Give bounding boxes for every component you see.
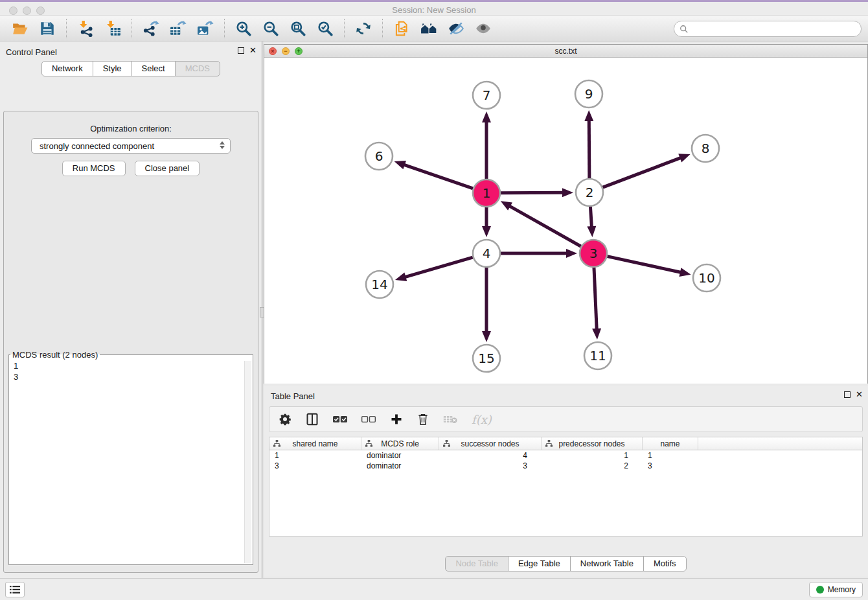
function-builder-icon[interactable]: f(x) xyxy=(472,413,492,426)
tab-style[interactable]: Style xyxy=(93,61,132,76)
search-icon xyxy=(680,25,689,34)
graph-node-label: 15 xyxy=(478,351,494,366)
cell-name: 1 xyxy=(643,450,698,461)
tab-network-table[interactable]: Network Table xyxy=(570,556,644,571)
save-session-icon[interactable] xyxy=(36,19,58,38)
column-header-shared-name[interactable]: shared name xyxy=(269,437,361,450)
delete-table-icon[interactable] xyxy=(443,414,457,424)
graph-edge-3-1[interactable] xyxy=(508,205,581,246)
network-window-titlebar[interactable]: × − + scc.txt xyxy=(264,45,867,58)
table-tabs: Node TableEdge TableNetwork TableMotifs xyxy=(264,556,868,571)
home-layout-icon[interactable] xyxy=(418,19,440,38)
graph-edge-1-2[interactable] xyxy=(501,192,564,193)
cell-predecessor-nodes: 2 xyxy=(542,461,643,471)
export-network-icon[interactable] xyxy=(140,19,162,38)
graph-edge-2-8[interactable] xyxy=(603,157,682,187)
clone-network-icon[interactable] xyxy=(391,19,413,38)
float-panel-icon[interactable] xyxy=(238,47,244,54)
tab-mcds[interactable]: MCDS xyxy=(175,61,220,76)
show-all-eye-icon[interactable] xyxy=(472,19,494,38)
float-table-panel-icon[interactable] xyxy=(844,391,851,398)
tab-network[interactable]: Network xyxy=(41,61,93,76)
edge-arrowhead xyxy=(482,331,491,342)
run-mcds-button[interactable]: Run MCDS xyxy=(62,161,126,176)
column-header-predecessor-nodes[interactable]: predecessor nodes xyxy=(542,437,643,450)
open-session-icon[interactable] xyxy=(9,19,31,38)
edge-arrowhead xyxy=(592,329,601,340)
edge-arrowhead xyxy=(587,226,596,237)
search-field[interactable] xyxy=(674,21,862,37)
control-tabs: NetworkStyleSelectMCDS xyxy=(0,61,262,76)
graph-node-label: 8 xyxy=(702,141,710,156)
close-table-panel-icon[interactable]: ✕ xyxy=(856,391,863,398)
edge-arrowhead xyxy=(584,110,593,121)
import-network-icon[interactable] xyxy=(74,19,97,38)
graph-edge-3-10[interactable] xyxy=(607,257,681,273)
graph-node-label: 10 xyxy=(698,270,714,286)
network-canvas[interactable]: 7968124314101511 xyxy=(264,58,867,384)
export-image-icon[interactable] xyxy=(194,19,216,38)
select-all-icon[interactable] xyxy=(333,415,347,424)
column-header-MCDS-role[interactable]: MCDS role xyxy=(361,437,439,450)
search-input[interactable] xyxy=(689,24,861,34)
table-row[interactable]: 3dominator323 xyxy=(269,461,862,471)
edge-arrowhead xyxy=(482,226,491,237)
tab-motifs[interactable]: Motifs xyxy=(643,556,687,571)
close-panel-icon[interactable]: ✕ xyxy=(249,47,257,54)
table-row[interactable]: 1dominator411 xyxy=(269,450,862,461)
graph-edge-2-9[interactable] xyxy=(589,119,589,178)
tab-node-table[interactable]: Node Table xyxy=(445,556,508,571)
edge-arrowhead xyxy=(679,268,691,277)
edge-arrowhead xyxy=(562,188,573,197)
control-panel-title: Control Panel xyxy=(6,47,57,57)
result-scrollbar[interactable] xyxy=(244,361,251,563)
import-table-icon[interactable] xyxy=(102,19,124,38)
unselect-all-icon[interactable] xyxy=(361,415,376,424)
mcds-tab-content: Optimization criterion: strongly connect… xyxy=(3,111,258,573)
tab-select[interactable]: Select xyxy=(131,61,176,76)
memory-button[interactable]: Memory xyxy=(809,582,863,597)
zoom-in-icon[interactable] xyxy=(233,19,255,38)
zoom-fit-icon[interactable] xyxy=(287,19,309,38)
cell-successor-nodes: 3 xyxy=(439,461,542,471)
node-table[interactable]: shared nameMCDS rolesuccessor nodesprede… xyxy=(269,437,863,537)
status-bar: Memory xyxy=(0,578,868,600)
graph-edge-2-3[interactable] xyxy=(590,207,591,228)
close-panel-button[interactable]: Close panel xyxy=(135,161,200,176)
table-header-row: shared nameMCDS rolesuccessor nodesprede… xyxy=(269,437,862,450)
columns-icon[interactable] xyxy=(306,413,319,426)
mcds-result-legend: MCDS result (2 nodes) xyxy=(10,350,100,360)
toolbar-separator xyxy=(344,19,345,38)
gear-icon[interactable] xyxy=(279,413,291,426)
zoom-selected-icon[interactable] xyxy=(314,19,336,38)
graph-node-label: 6 xyxy=(375,148,383,164)
selected-option: strongly connected component xyxy=(40,141,154,151)
export-table-icon[interactable] xyxy=(167,19,189,38)
table-panel-title: Table Panel xyxy=(271,391,315,401)
edge-arrowhead xyxy=(394,161,406,169)
column-header-successor-nodes[interactable]: successor nodes xyxy=(439,437,542,450)
cell-shared-name: 1 xyxy=(269,450,361,461)
control-panel: Control Panel ✕ NetworkStyleSelectMCDS O… xyxy=(0,41,262,578)
network-window-title: scc.txt xyxy=(264,47,867,56)
task-history-button[interactable] xyxy=(5,582,25,597)
add-row-icon[interactable] xyxy=(390,413,403,426)
graph-node-label: 7 xyxy=(483,87,491,103)
hide-selected-eye-icon[interactable] xyxy=(445,19,467,38)
delete-row-icon[interactable] xyxy=(417,413,429,426)
column-header-name[interactable]: name xyxy=(643,437,698,450)
zoom-out-icon[interactable] xyxy=(260,19,282,38)
tab-edge-table[interactable]: Edge Table xyxy=(508,556,571,571)
toolbar-separator xyxy=(382,19,383,38)
graph-node-label: 1 xyxy=(483,185,491,201)
select-arrows-icon xyxy=(220,141,225,149)
graph-edge-4-14[interactable] xyxy=(404,257,472,277)
optimization-criterion-select[interactable]: strongly connected component xyxy=(31,138,231,154)
cell-name: 3 xyxy=(643,461,698,471)
toolbar-separator xyxy=(131,19,132,38)
graph-edge-3-11[interactable] xyxy=(594,268,597,330)
window-title: Session: New Session xyxy=(0,5,868,15)
graph-edge-1-6[interactable] xyxy=(403,165,473,189)
cell-predecessor-nodes: 1 xyxy=(542,450,643,461)
refresh-icon[interactable] xyxy=(352,19,374,38)
